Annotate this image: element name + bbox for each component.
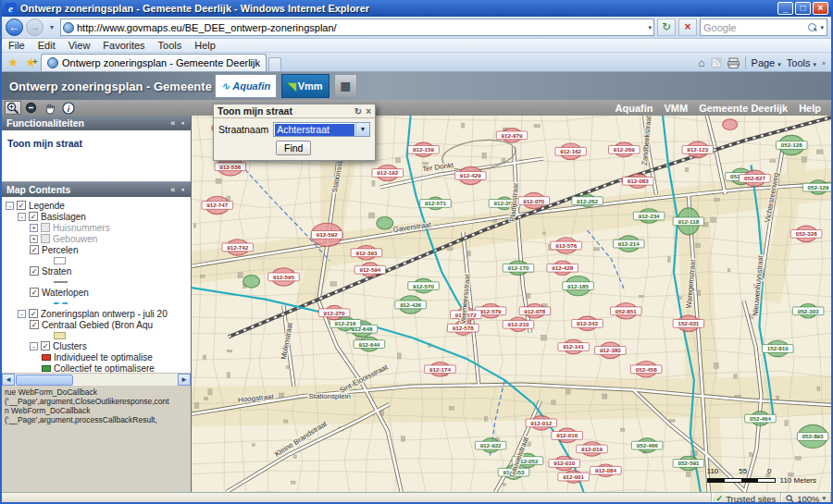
cluster-label: 912-429 [460,172,482,178]
expander-icon[interactable]: - [18,310,26,318]
search-box[interactable]: Google ▾ [700,18,827,36]
scroll-right-icon[interactable]: ► [178,374,191,386]
legend-item[interactable]: ✓Percelen [4,244,191,255]
pan-tool[interactable] [42,101,58,115]
legend-item[interactable]: +Huisnummers [4,222,191,233]
dialog-refresh-icon[interactable]: ↻ [354,106,362,117]
layer-checkbox[interactable]: ✓ [41,341,50,350]
layer-checkbox[interactable]: ✓ [30,288,39,297]
map-viewport[interactable]: 912-537912-426912-570912-648912-644912-2… [192,116,831,492]
dialog-close-icon[interactable]: × [366,106,371,117]
legend-item[interactable]: -✓Basislagen [4,211,191,222]
expander-icon[interactable]: - [6,202,14,210]
print-icon[interactable] [727,57,740,68]
refresh-button[interactable]: ↻ [657,18,676,36]
map-contents-header[interactable]: Map Contents « ▪ [2,182,191,197]
new-tab-stub[interactable] [268,57,281,71]
cluster-individueel[interactable] [723,119,738,130]
maximize-button[interactable]: □ [795,2,811,15]
cluster-label: 912-016 [556,432,578,438]
select-dropdown-icon[interactable]: ▼ [355,123,369,136]
layer-checkbox[interactable]: ✓ [30,320,39,329]
panel-collapse-icon2[interactable]: « ▪ [170,185,186,194]
zoom-dropdown-icon[interactable]: ▾ [822,495,826,502]
cluster-label: 052-458 [636,366,658,373]
back-button[interactable]: ← [6,18,23,36]
favorites-center-icon[interactable]: ★ [4,54,22,71]
menu-item-tools[interactable]: Tools [152,40,189,51]
zoom-control[interactable]: 100% ▾ [781,493,831,504]
header-link-aquafin[interactable]: Aquafin [615,103,653,114]
expander-icon[interactable]: - [30,342,38,350]
tools-menu-button[interactable]: Tools ▾ [787,57,816,68]
dialog-title-bar[interactable]: Toon mijn straat ↻ × [214,104,375,118]
photo-logo[interactable]: ▦ [334,74,357,98]
zoom-in-tool[interactable] [5,101,21,115]
layer-checkbox[interactable] [41,234,50,243]
expander-icon[interactable]: + [30,235,38,243]
aquafin-logo[interactable]: ∿Aquafin [215,74,277,98]
stop-button[interactable]: × [678,18,697,36]
legend-item[interactable]: -✓Legende [4,200,191,211]
legend-item[interactable]: +Gebouwen [4,233,191,244]
scroll-left-icon[interactable]: ◄ [2,374,15,386]
header-link-gemeente-deerlijk[interactable]: Gemeente Deerlijk [699,103,788,114]
legend-item[interactable]: Individueel te optimalise [4,351,191,363]
close-button[interactable]: × [813,2,828,15]
menu-item-favorites[interactable]: Favorites [96,40,151,51]
cluster-label: 912-595 [273,274,295,280]
find-button[interactable]: Find [276,141,311,155]
layer-checkbox[interactable] [41,223,50,232]
toon-mijn-straat-link[interactable]: Toon mijn straat [7,138,82,149]
legend-item[interactable]: -✓Clusters [4,340,191,351]
history-dropdown-icon[interactable]: ▾ [46,18,57,36]
functionaliteiten-title: Functionaliteiten [6,117,84,129]
address-dropdown-icon[interactable]: ▾ [648,24,652,31]
layer-checkbox[interactable]: ✓ [30,245,39,254]
feeds-icon[interactable] [711,57,722,68]
page-menu-button[interactable]: Page ▾ [752,57,781,68]
menu-item-view[interactable]: View [62,40,97,51]
address-field[interactable]: http://www.govmaps.eu/BE_DEE_ontwerp-zon… [60,18,654,36]
legend-item[interactable]: ✓Waterlopen [4,287,191,298]
menu-item-file[interactable]: File [2,40,31,51]
layer-checkbox[interactable]: ✓ [29,212,38,221]
legend-item[interactable]: -✓Zoneringsplan ontwerp - juli 20 [4,308,191,319]
zoom-out-tool[interactable] [23,101,40,115]
layer-checkbox[interactable]: ✓ [30,266,39,276]
search-icon[interactable] [808,23,817,32]
home-icon[interactable]: ⌂ [698,56,704,69]
functionaliteiten-header[interactable]: Functionaliteiten « ▪ [2,116,191,130]
legend-item[interactable]: Collectief te optimalisere [4,363,191,373]
cluster-label: 052-591 [678,461,700,467]
layer-checkbox[interactable]: ✓ [17,201,26,210]
header-link-vmm[interactable]: VMM [664,103,688,114]
panel-collapse-icon[interactable]: « ▪ [170,118,186,128]
minimize-button[interactable]: _ [777,2,793,15]
chevron-more-icon[interactable]: » [822,60,826,67]
expander-icon[interactable]: + [30,224,38,232]
menu-item-edit[interactable]: Edit [31,40,62,51]
cluster-collectief[interactable] [243,275,260,288]
vmm-logo[interactable]: ◥Vmm [281,74,329,98]
scroll-thumb[interactable] [16,375,73,386]
cluster-label: 912-592 [317,231,339,238]
legend-hscrollbar[interactable]: ◄ ► [2,373,191,386]
tab-active[interactable]: Ontwerp zoneringsplan - Gemeente Deerlij… [41,54,267,71]
identify-tool[interactable]: i [60,101,77,115]
cluster-collectief[interactable] [377,217,393,230]
add-favorite-icon[interactable]: ★+ [22,54,41,71]
toon-mijn-straat-dialog[interactable]: Toon mijn straat ↻ × Straatnaam Achterst… [213,104,376,161]
cluster-label: 912-010 [553,461,576,467]
legend-item[interactable]: ✓Centraal Gebied (Bron Aqu [4,319,191,330]
search-dropdown-icon[interactable]: ▾ [820,24,824,31]
dialog-title: Toon mijn straat [218,105,292,117]
map-canvas[interactable]: 912-537912-426912-570912-648912-644912-2… [192,116,831,492]
expander-icon[interactable]: - [18,213,26,221]
legend-item[interactable]: ✓Straten [4,265,191,277]
forward-button[interactable]: → [26,18,44,36]
straatnaam-select[interactable]: Achterstraat ▼ [273,122,370,137]
layer-checkbox[interactable]: ✓ [29,309,38,318]
menu-item-help[interactable]: Help [188,40,222,51]
header-link-help[interactable]: Help [799,103,821,114]
